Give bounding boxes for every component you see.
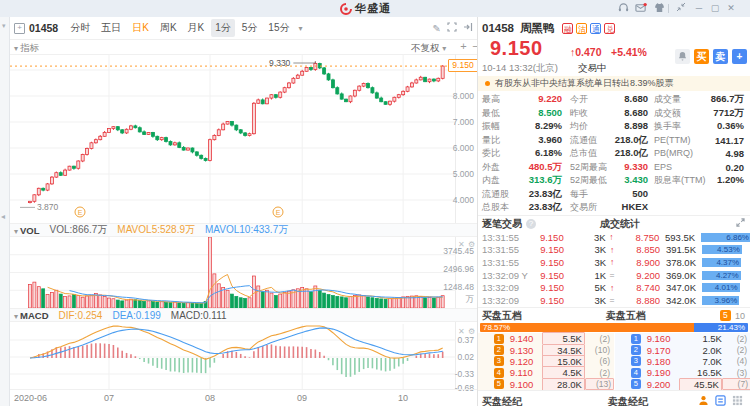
logo-swirl-icon (340, 3, 352, 15)
quote-panel: 01458 周黑鸭 融沽通兑 9.150 ↑0.470 +5.41% 10-14… (477, 17, 750, 406)
minimize-icon[interactable]: ─ (692, 2, 706, 15)
expand-section-icon[interactable] (736, 218, 745, 229)
bid-ratio: 78.57% (480, 323, 694, 332)
depth-toggle-5[interactable]: 5 (720, 310, 731, 321)
buy-button[interactable]: 买 (694, 49, 709, 64)
tick-row: 13:32:099.1503K=8.880342.0K3.96% (478, 294, 750, 307)
draw-tool-icon[interactable]: ✎ (433, 23, 441, 34)
tab-5分[interactable]: 5分 (238, 19, 262, 37)
svg-text:9.330: 9.330 (269, 58, 291, 68)
broker-person-icon[interactable] (698, 395, 709, 406)
bid-level-1[interactable]: 19.1405.5K(2) (478, 333, 614, 344)
quote-cell: 最低8.500 (482, 107, 562, 120)
help-icon[interactable]: ? (526, 219, 536, 229)
bid-depth-title: 买盘五档 (482, 309, 522, 323)
bid-level-4[interactable]: 49.1104.5K(2) (478, 367, 614, 378)
broker-grid-icon[interactable] (732, 395, 743, 406)
buy-brokers-title: 买盘经纪 (482, 395, 522, 406)
tick-row: 13:32:09 Y9.1501K=9.200369.0K4.27% (478, 269, 750, 282)
quote-cell: 委比6.18% (482, 147, 562, 160)
quote-cell: 昨收8.680 (570, 107, 648, 120)
ask-level-2[interactable]: 29.1702.0K(2) (615, 344, 750, 355)
tab-周K[interactable]: 周K (156, 19, 181, 37)
tick-row: 13:31:559.1503K↑8.850391.5K4.53% (478, 244, 750, 257)
mavol5-legend: MAVOL5:528.9万 (117, 223, 195, 237)
more-periods-dropdown-icon[interactable]: ▾ (298, 24, 302, 33)
ask-level-4[interactable]: 49.19016.5K(3) (615, 367, 750, 378)
depth-toggle-10[interactable]: 10 (735, 311, 745, 321)
quote-row: 振幅8.29%均价8.898换手率0.36% (478, 120, 748, 134)
support-headset-icon[interactable] (616, 2, 630, 15)
bid-level-5[interactable]: 59.10028.0K(13) (478, 379, 614, 390)
stock-name: 周黑鸭 (520, 21, 555, 36)
price-alert-bell-icon[interactable] (675, 49, 690, 64)
level-badge: 3 (494, 356, 504, 366)
maximize-icon[interactable]: ▢ (708, 2, 722, 15)
sell-brokers-title: 卖盘经纪 (608, 395, 648, 406)
sidebar-collapse-strip[interactable]: ▾ ◂ (0, 17, 10, 406)
vol-axis-label: 3745.45 (442, 246, 474, 256)
quote-cell: 总市值218.0亿 (570, 147, 648, 160)
add-button[interactable]: + (732, 49, 747, 64)
quote-cell: PE(TTM)141.17 (654, 135, 744, 146)
app-logo: 华盛通 (340, 1, 391, 16)
mavol10-legend: MAVOL10:433.7万 (205, 223, 288, 237)
close-icon[interactable]: ✕ (724, 2, 738, 15)
tab-五日[interactable]: 五日 (97, 19, 125, 37)
quote-row: 最高9.220今开8.680成交量866.7万 (478, 93, 748, 107)
stat-volume-bar: 4.37% (702, 258, 741, 267)
collapse-left-arrow-icon[interactable]: ◂ (1, 212, 5, 221)
collapse-panel-right-icon[interactable] (463, 22, 473, 34)
chart-stock-code: 01458 (29, 22, 58, 34)
quote-cell: 每手500 (570, 188, 648, 201)
candlestick-chart[interactable]: 9.3303.870EE (10, 54, 456, 223)
tab-分时[interactable]: 分时 (66, 19, 94, 37)
add-to-watchlist-icon[interactable]: + (14, 23, 25, 34)
tab-1分[interactable]: 1分 (211, 19, 235, 37)
quote-cell: 52周最低3.430 (570, 174, 648, 187)
quote-row: 总股本23.83亿交易所HKEX (478, 201, 748, 215)
stock-badge: 融 (562, 23, 573, 34)
zoom-in-button[interactable]: + (458, 41, 469, 52)
news-banner[interactable]: 有股东从非中央结算系统单日转出8.39%股票 (478, 76, 750, 91)
news-text: 有股东从非中央结算系统单日转出8.39%股票 (495, 77, 674, 90)
x-axis-label: 08 (205, 393, 215, 403)
tab-月K[interactable]: 月K (184, 19, 209, 37)
tick-row: 13:32:099.1505K↑8.740347.0K4.01% (478, 281, 750, 294)
messages-mail-icon[interactable] (634, 2, 648, 15)
x-axis-label: 2020-06 (14, 393, 47, 403)
price-change-pct: +5.41% (611, 46, 647, 58)
volume-pane-header[interactable]: ▾VOL VOL:866.7万 MAVOL5:528.9万 MAVOL10:43… (10, 223, 477, 237)
macd-axis-label: -0.33 (442, 369, 474, 379)
level-badge: 5 (494, 379, 504, 389)
market-status: 交易中 (578, 62, 607, 75)
quote-cell: 成交量866.7万 (654, 93, 744, 106)
broker-list-icon[interactable] (715, 395, 726, 406)
sell-button[interactable]: 卖 (713, 49, 728, 64)
quote-cell: 内盘313.6万 (482, 174, 562, 187)
dea-legend: DEA:0.199 (112, 310, 160, 321)
titlebar-divider (668, 4, 669, 13)
quote-cell: 换手率0.36% (654, 120, 744, 133)
macd-chart[interactable] (10, 324, 456, 389)
shrink-window-icon[interactable] (674, 2, 688, 15)
tab-日K[interactable]: 日K (128, 19, 153, 37)
ask-level-1[interactable]: 19.1601.5K(2) (615, 333, 750, 344)
tick-up-arrow-icon: ↑ (606, 257, 618, 267)
last-price: 9.150 (490, 37, 543, 60)
ask-level-3[interactable]: 39.1807.0K(4) (615, 356, 750, 367)
theme-skin-icon[interactable] (652, 2, 666, 15)
tab-15分[interactable]: 15分 (264, 19, 293, 37)
volume-chart[interactable] (10, 237, 456, 308)
level-badge: 5 (631, 379, 641, 389)
ask-level-5[interactable]: 59.20045.5K(7) (615, 379, 750, 390)
bid-ask-ratio-bar: 78.57% 21.43% (480, 323, 748, 332)
quote-row: 最低8.500昨收8.680成交额7712万 (478, 107, 748, 121)
news-dot-icon (485, 81, 490, 86)
tick-neutral-icon: = (606, 270, 618, 280)
macd-pane-header[interactable]: ▾MACD DIF:0.254 DEA:0.199 MACD:0.111 (10, 308, 477, 322)
vol-legend: VOL:866.7万 (50, 223, 108, 237)
fullscreen-chart-icon[interactable] (447, 22, 457, 34)
quote-cell: 总股本23.83亿 (482, 201, 562, 214)
tick-and-stats-list: 13:31:559.1503K↑8.750593.5K6.86%13:31:55… (478, 231, 750, 307)
